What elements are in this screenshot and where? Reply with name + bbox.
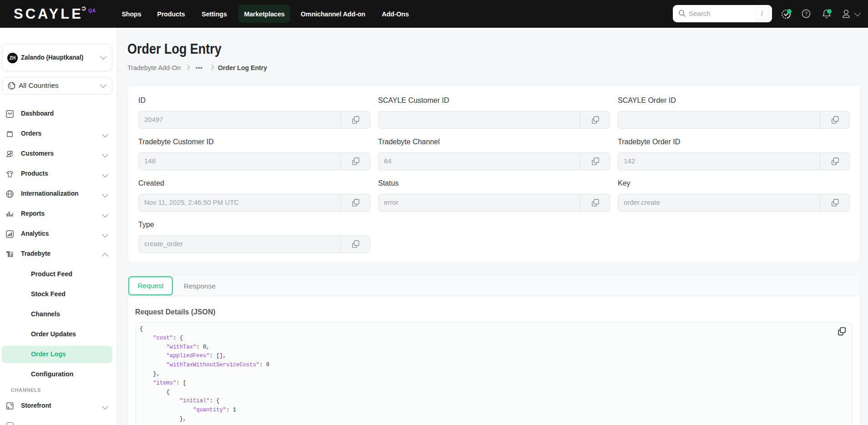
svg-text:?: ?: [805, 11, 807, 16]
